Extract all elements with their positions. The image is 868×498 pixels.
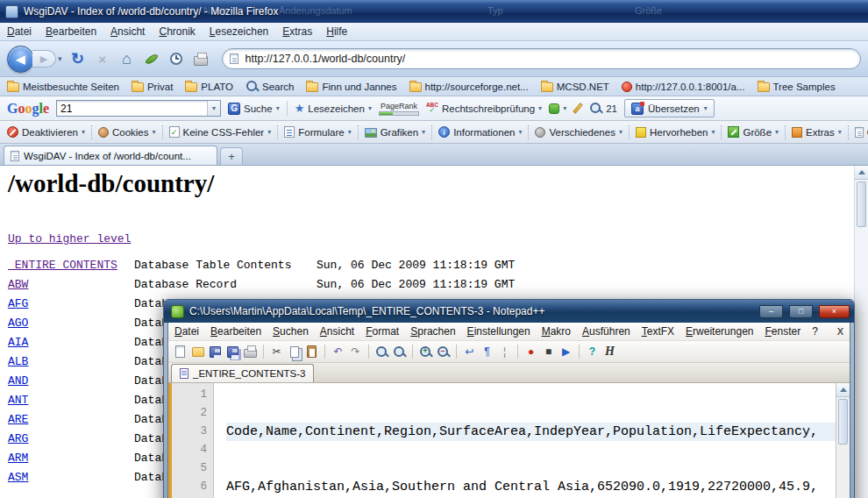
np-menu-sprachen[interactable]: Sprachen [410,325,455,338]
np-menu-suchen[interactable]: Suchen [273,325,309,338]
record-macro-button[interactable]: ● [523,345,538,359]
wd-extras[interactable]: Extras▾ [792,127,842,138]
entry-link-arm[interactable]: ARM [8,449,134,468]
help-button[interactable]: ? [585,345,600,359]
entry-link-and[interactable]: AND [8,372,134,391]
scroll-up-button[interactable] [855,166,868,180]
extension-leaf-button[interactable] [140,47,163,70]
bookmark-sourceforge[interactable]: http://sourceforge.net... [409,82,529,92]
print-button[interactable] [243,345,258,359]
entry-link-alb[interactable]: ALB [8,352,134,372]
bookmark-finn-und-jannes[interactable]: Finn und Jannes [306,82,396,92]
translate-button[interactable]: Übersetzen▾ [624,99,715,117]
replace-button[interactable] [392,345,407,359]
google-bookmarks-button[interactable]: ★Lesezeichen▾ [295,103,372,114]
page-scrollbar[interactable] [854,166,868,498]
indent-guide-button[interactable]: ¦ [497,345,512,359]
redo-button[interactable]: ↷ [348,345,363,359]
zoom-out-button[interactable] [436,345,451,359]
entry-link-ago[interactable]: AGO [8,314,134,333]
entry-link-entire-contents[interactable]: ENTIRE CONTENTS [8,256,134,275]
url-bar[interactable] [222,48,861,69]
np-menu-bearbeiten[interactable]: Bearbeiten [210,325,261,338]
wd-grafiken[interactable]: Grafiken▾ [365,127,425,138]
highlight-counter[interactable]: 21 [589,102,617,115]
new-tab-button[interactable]: + [220,147,243,165]
save-all-button[interactable] [225,345,240,359]
url-input[interactable] [244,52,853,66]
back-button[interactable]: ◀ [7,46,34,73]
wd-informationen[interactable]: Informationen▾ [438,126,522,138]
open-file-button[interactable] [190,345,205,359]
bookmark-plato[interactable]: PLATO [185,82,233,92]
save-button[interactable] [208,345,223,359]
reload-button[interactable]: ↻ [67,47,89,70]
stop-macro-button[interactable]: ■ [541,345,556,359]
bookmark-search[interactable]: Search [245,80,294,93]
close-document-button[interactable]: X [837,326,843,337]
zoom-in-button[interactable] [418,345,433,359]
notepadpp-titlebar[interactable]: C:\Users\Martin\AppData\Local\Temp\_ENTI… [164,300,854,323]
print-button[interactable] [189,47,212,70]
maximize-button[interactable]: □ [789,305,813,318]
editor-text[interactable]: Code,Name,Continent,Region,SurfaceArea,I… [214,383,836,498]
menu-chronik[interactable]: Chronik [159,25,195,38]
history-dropdown-caret[interactable]: ▾ [58,54,62,63]
spellcheck-button[interactable]: Rechtschreibprüfung▾ [426,103,542,115]
google-search-box[interactable]: ▾ [56,100,221,117]
html-view-button[interactable]: H [602,345,617,359]
wd-verschiedenes[interactable]: Verschiedenes▾ [535,127,622,138]
wd-groesse[interactable]: Größe▾ [728,126,779,138]
editor-scrollbar[interactable] [836,383,850,498]
scrollbar-thumb[interactable] [838,399,848,445]
copy-button[interactable] [287,345,302,359]
wd-hervorheben[interactable]: Hervorheben▾ [636,127,715,138]
paste-button[interactable] [304,345,319,359]
np-menu-ausfuehren[interactable]: Ausführen [582,325,630,338]
menu-ansicht[interactable]: Ansicht [110,25,145,38]
google-search-button[interactable]: Suche▾ [228,103,280,115]
np-menu-datei[interactable]: Datei [174,325,199,338]
play-macro-button[interactable]: ▶ [559,345,573,359]
pagerank-widget[interactable]: PageRank [379,102,419,116]
entry-link-ant[interactable]: ANT [8,391,134,410]
cut-button[interactable]: ✂ [269,345,284,359]
stop-button[interactable]: × [91,47,114,70]
np-menu-format[interactable]: Format [366,325,399,338]
editor-area[interactable]: 1 2 3 4 5 6 Code,Name,Continent,Region,S… [168,383,850,498]
pencil-icon[interactable] [573,103,582,114]
wd-formulare[interactable]: Formulare▾ [284,126,351,138]
history-clock-button[interactable] [165,47,188,70]
bookmark-mcsd[interactable]: MCSD.NET [541,82,609,92]
np-menu-ansicht[interactable]: Ansicht [320,325,354,338]
document-tab[interactable]: _ENTIRE_CONTENTS-3 [171,364,314,382]
fill-button[interactable]: ▾ [549,103,566,114]
search-history-caret-icon[interactable]: ▾ [207,101,220,116]
scrollbar-thumb[interactable] [857,181,866,227]
entry-link-arg[interactable]: ARG [8,430,134,449]
menu-extras[interactable]: Extras [282,25,312,38]
menu-hilfe[interactable]: Hilfe [326,25,347,38]
word-wrap-button[interactable]: ↩ [462,345,477,359]
entry-link-asm[interactable]: ASM [8,468,134,487]
bookmark-meistbesuchte[interactable]: Meistbesuchte Seiten [7,82,119,92]
undo-button[interactable]: ↶ [331,345,345,359]
bookmark-privat[interactable]: Privat [132,82,173,92]
bookmark-localhost-8001[interactable]: http://127.0.0.1:8001/a... [622,82,745,92]
home-button[interactable]: ⌂ [116,47,139,70]
menu-bearbeiten[interactable]: Bearbeiten [46,25,96,38]
wd-quelltext[interactable]: Quelltext [855,127,868,138]
menu-datei[interactable]: Datei [7,25,32,38]
new-file-button[interactable] [173,345,188,359]
find-button[interactable] [374,345,389,359]
entry-link-afg[interactable]: AFG [8,295,134,314]
np-menu-einstellungen[interactable]: Einstellungen [467,325,530,338]
np-menu-textfx[interactable]: TextFX [642,325,674,338]
minimize-button[interactable]: – [759,305,783,318]
wd-cookies[interactable]: Cookies▾ [98,127,156,138]
up-to-higher-level-link[interactable]: Up to higher level [8,232,131,245]
close-button[interactable]: × [819,305,850,318]
show-all-chars-button[interactable]: ¶ [480,345,494,359]
tab-wsgidav[interactable]: WsgiDAV - Index of /world-db/count... [4,146,217,165]
entry-link-are[interactable]: ARE [8,410,134,430]
